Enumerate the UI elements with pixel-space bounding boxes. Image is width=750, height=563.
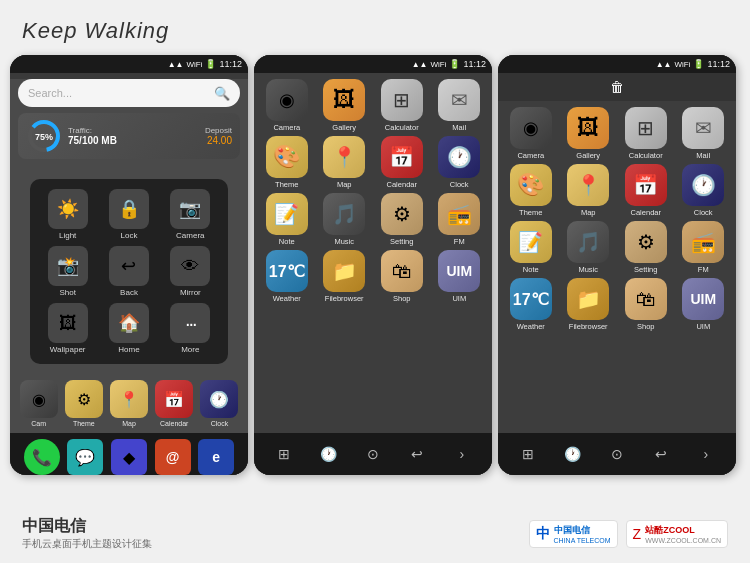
dock-apps[interactable]: ◆ (111, 439, 147, 475)
dock-phone[interactable]: 📞 (24, 439, 60, 475)
p3-uim[interactable]: UIM UIM (677, 278, 729, 331)
p2-nav-circle[interactable]: ⊙ (359, 440, 387, 468)
p2-theme[interactable]: 🎨 Theme (261, 136, 313, 189)
p2-weather-label: Weather (273, 294, 301, 303)
p3-calculator[interactable]: ⊞ Calculator (620, 107, 672, 160)
p2-calculator[interactable]: ⊞ Calculator (376, 79, 428, 132)
p2-nav-grid[interactable]: ⊞ (270, 440, 298, 468)
p3-setting[interactable]: ⚙ Setting (620, 221, 672, 274)
app-calendar-small[interactable]: 📅 Calendar (152, 380, 197, 427)
context-menu[interactable]: ☀️ Light 🔒 Lock 📷 Camera (30, 179, 228, 364)
p2-clock[interactable]: 🕐 Clock (433, 136, 485, 189)
traffic-donut: 75% (26, 118, 62, 154)
p2-nav-back[interactable]: ↩ (403, 440, 431, 468)
p3-nav-back[interactable]: ↩ (647, 440, 675, 468)
app-clock-small[interactable]: 🕐 Clock (197, 380, 242, 427)
p3-gallery[interactable]: 🖼 Gallery (562, 107, 614, 160)
menu-item-back-label: Back (120, 288, 138, 297)
app-cam[interactable]: ◉ Cam (16, 380, 61, 427)
footer: 中国电信 手机云桌面手机主题设计征集 中 中国电信 CHINA TELECOM … (22, 516, 728, 551)
p3-mail[interactable]: ✉ Mail (677, 107, 729, 160)
p3-calculator-label: Calculator (629, 151, 663, 160)
p2-nav-more[interactable]: › (448, 440, 476, 468)
p3-nav-clock[interactable]: 🕐 (559, 440, 587, 468)
p2-mail[interactable]: ✉ Mail (433, 79, 485, 132)
p3-calendar-icon: 📅 (625, 164, 667, 206)
wifi-icon: WiFi (186, 60, 202, 69)
p3-filebrowser[interactable]: 📁 Filebrowser (562, 278, 614, 331)
p2-weather[interactable]: 17℃ Weather (261, 250, 313, 303)
p2-calculator-label: Calculator (385, 123, 419, 132)
p2-calendar-icon: 📅 (381, 136, 423, 178)
p3-note[interactable]: 📝 Note (505, 221, 557, 274)
p3-clock[interactable]: 🕐 Clock (677, 164, 729, 217)
p2-fm[interactable]: 📻 FM (433, 193, 485, 246)
p3-music[interactable]: 🎵 Music (562, 221, 614, 274)
footer-company: 中国电信 (22, 516, 152, 537)
phone-1-status-bar: ▲▲ WiFi 🔋 11:12 (10, 55, 248, 73)
calendar-label-small: Calendar (160, 420, 188, 427)
p2-setting[interactable]: ⚙ Setting (376, 193, 428, 246)
p3-battery-icon: 🔋 (693, 59, 704, 69)
p2-signal-icon: ▲▲ (412, 60, 428, 69)
more-icon: ··· (170, 303, 210, 343)
p3-map-icon: 📍 (567, 164, 609, 206)
p3-weather-label: Weather (517, 322, 545, 331)
p3-map[interactable]: 📍 Map (562, 164, 614, 217)
p3-fm[interactable]: 📻 FM (677, 221, 729, 274)
p3-shop[interactable]: 🛍 Shop (620, 278, 672, 331)
p3-calendar[interactable]: 📅 Calendar (620, 164, 672, 217)
footer-subtitle: 手机云桌面手机主题设计征集 (22, 537, 152, 551)
p2-calendar[interactable]: 📅 Calendar (376, 136, 428, 189)
p2-filebrowser[interactable]: 📁 Filebrowser (318, 250, 370, 303)
menu-item-mirror[interactable]: 👁 Mirror (163, 246, 218, 297)
menu-item-camera-label: Camera (176, 231, 204, 240)
p2-note-label: Note (279, 237, 295, 246)
p3-row-3: 📝 Note 🎵 Music ⚙ Setting 📻 (502, 221, 732, 274)
p2-weather-icon: 17℃ (266, 250, 308, 292)
search-bar[interactable]: Search... 🔍 (18, 79, 240, 107)
p2-shop[interactable]: 🛍 Shop (376, 250, 428, 303)
theme-icon-small: ⚙ (65, 380, 103, 418)
menu-item-lock[interactable]: 🔒 Lock (101, 189, 156, 240)
menu-item-shot[interactable]: 📸 Shot (40, 246, 95, 297)
app-map-small[interactable]: 📍 Map (106, 380, 151, 427)
p2-gallery-icon: 🖼 (323, 79, 365, 121)
p2-gallery[interactable]: 🖼 Gallery (318, 79, 370, 132)
page-title: Keep Walking (22, 18, 169, 44)
menu-item-light[interactable]: ☀️ Light (40, 189, 95, 240)
p3-filebrowser-label: Filebrowser (569, 322, 608, 331)
p2-shop-icon: 🛍 (381, 250, 423, 292)
p3-theme[interactable]: 🎨 Theme (505, 164, 557, 217)
app-theme-small[interactable]: ⚙ Theme (61, 380, 106, 427)
p2-shop-label: Shop (393, 294, 411, 303)
p3-nav-circle[interactable]: ⊙ (603, 440, 631, 468)
menu-item-wallpaper-label: Wallpaper (50, 345, 86, 354)
dock-browser[interactable]: e (198, 439, 234, 475)
phone-3: ▲▲ WiFi 🔋 11:12 🗑 ◉ Camera (498, 55, 736, 475)
p2-uim[interactable]: UIM UIM (433, 250, 485, 303)
menu-item-more[interactable]: ··· More (163, 303, 218, 354)
dock-messages[interactable]: 💬 (67, 439, 103, 475)
p3-map-label: Map (581, 208, 596, 217)
p2-mail-label: Mail (452, 123, 466, 132)
p2-note-icon: 📝 (266, 193, 308, 235)
p3-nav-grid[interactable]: ⊞ (514, 440, 542, 468)
p2-camera[interactable]: ◉ Camera (261, 79, 313, 132)
p2-note[interactable]: 📝 Note (261, 193, 313, 246)
menu-item-wallpaper[interactable]: 🖼 Wallpaper (40, 303, 95, 354)
p2-row-4: 17℃ Weather 📁 Filebrowser 🛍 Shop UIM (258, 250, 488, 303)
p3-mail-label: Mail (696, 151, 710, 160)
p3-weather[interactable]: 17℃ Weather (505, 278, 557, 331)
menu-item-back[interactable]: ↩ Back (101, 246, 156, 297)
menu-item-mirror-label: Mirror (180, 288, 201, 297)
phone-3-bottom-nav: ⊞ 🕐 ⊙ ↩ › (498, 433, 736, 475)
p3-nav-more[interactable]: › (692, 440, 720, 468)
menu-item-camera[interactable]: 📷 Camera (163, 189, 218, 240)
p3-camera[interactable]: ◉ Camera (505, 107, 557, 160)
p2-music[interactable]: 🎵 Music (318, 193, 370, 246)
dock-email[interactable]: @ (155, 439, 191, 475)
menu-item-home[interactable]: 🏠 Home (101, 303, 156, 354)
p2-nav-clock[interactable]: 🕐 (315, 440, 343, 468)
p2-map[interactable]: 📍 Map (318, 136, 370, 189)
